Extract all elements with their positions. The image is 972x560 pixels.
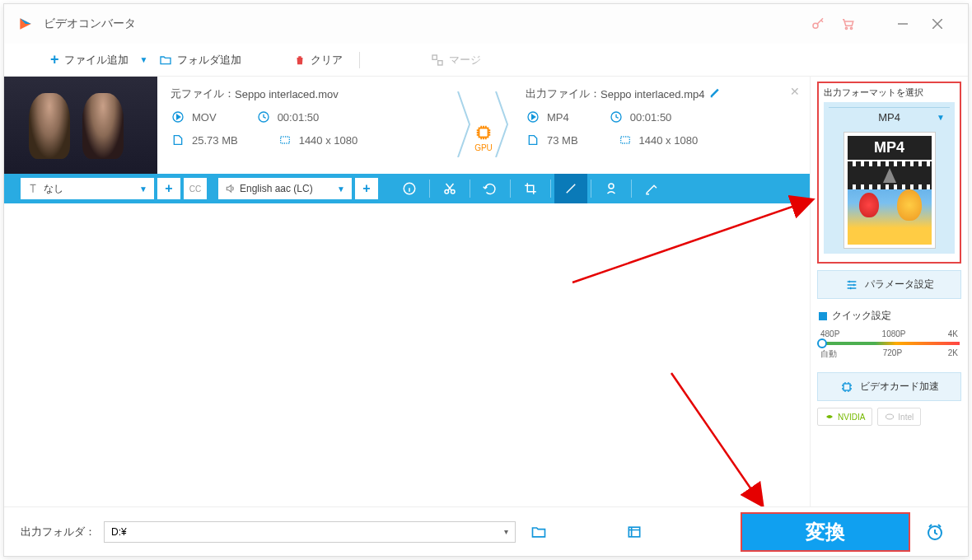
speaker-icon <box>225 183 236 194</box>
output-path-select[interactable]: D:¥ ▾ <box>104 521 516 543</box>
output-folder-label: 出力フォルダ： <box>21 525 96 539</box>
minimize-button[interactable] <box>886 11 920 37</box>
add-audio-button[interactable]: + <box>355 178 378 199</box>
format-thumb-label: MP4 <box>848 136 932 160</box>
output-path: D:¥ <box>111 526 127 538</box>
clock-icon <box>609 110 624 124</box>
source-resolution: 1440 x 1080 <box>299 134 358 147</box>
merge-label: マージ <box>449 53 481 68</box>
svg-rect-7 <box>438 60 442 64</box>
chevron-down-icon: ▼ <box>937 113 945 122</box>
svg-rect-21 <box>843 384 850 390</box>
intel-chip[interactable]: Intel <box>877 408 921 426</box>
cc-button[interactable]: CC <box>184 178 207 199</box>
svg-rect-14 <box>620 137 629 143</box>
audio-select[interactable]: English aac (LC) ▼ <box>218 178 352 199</box>
svg-line-19 <box>572 200 811 282</box>
file-icon <box>171 133 185 147</box>
clear-button[interactable]: クリア <box>289 49 348 71</box>
cart-icon[interactable] <box>834 11 861 37</box>
effect-tool[interactable] <box>554 174 587 203</box>
chevron-down-icon: ▼ <box>337 184 345 194</box>
chevron-down-icon: ▾ <box>504 527 508 536</box>
intel-icon <box>885 412 895 422</box>
source-info: 元ファイル： Seppo interlaced.mov MOV 00:01:50… <box>157 77 455 174</box>
format-thumbnail: MP4 <box>843 132 936 249</box>
edit-icon[interactable] <box>709 87 721 101</box>
audio-value: English aac (LC) <box>240 183 313 194</box>
gpu-label: GPU <box>474 143 493 152</box>
browse-folder-button[interactable] <box>524 519 554 545</box>
q-1080p: 1080P <box>882 329 906 338</box>
source-format: MOV <box>192 111 217 124</box>
toolbar: + ファイル追加 ▼ フォルダ追加 クリア マージ <box>4 44 968 77</box>
gpu-badge: GPU <box>474 124 493 152</box>
nvidia-chip[interactable]: NVIDIA <box>817 408 872 426</box>
titlebar: ビデオコンバータ <box>4 4 968 44</box>
output-duration: 00:01:50 <box>630 111 672 124</box>
add-file-label: ファイル追加 <box>64 53 129 68</box>
add-subtitle-button[interactable]: + <box>157 178 180 199</box>
annotation-arrow-2 <box>663 365 778 506</box>
separator <box>359 52 360 68</box>
add-file-button[interactable]: + ファイル追加 <box>45 48 133 72</box>
svg-line-20 <box>671 373 762 505</box>
clock-icon <box>256 110 271 124</box>
q-4k: 4K <box>948 329 958 338</box>
svg-point-2 <box>850 27 852 29</box>
remove-file-button[interactable]: ✕ <box>790 85 800 98</box>
nvidia-label: NVIDIA <box>838 413 865 422</box>
param-label: パラメータ設定 <box>865 278 934 292</box>
app-logo <box>17 16 34 32</box>
add-folder-button[interactable]: フォルダ追加 <box>154 49 246 71</box>
output-format: MP4 <box>547 111 569 124</box>
svg-rect-6 <box>432 55 437 59</box>
footer: 出力フォルダ： D:¥ ▾ 変換 <box>4 506 968 556</box>
info-tool[interactable] <box>393 174 426 203</box>
quick-title: クイック設定 <box>832 309 891 323</box>
merge-button[interactable]: マージ <box>426 49 486 71</box>
open-folder-button[interactable] <box>619 519 649 545</box>
slider-thumb[interactable] <box>817 338 827 348</box>
subtitle-tool[interactable] <box>635 174 668 203</box>
add-file-dropdown[interactable]: ▼ <box>140 55 148 64</box>
clear-label: クリア <box>311 53 343 68</box>
convert-button[interactable]: 変換 <box>741 512 910 552</box>
chip-icon <box>474 124 493 142</box>
rotate-tool[interactable] <box>474 174 507 203</box>
merge-icon <box>431 54 444 67</box>
main-area: 元ファイル： Seppo interlaced.mov MOV 00:01:50… <box>4 77 810 506</box>
schedule-button[interactable] <box>918 516 951 548</box>
video-thumbnail[interactable] <box>4 77 157 174</box>
crop-tool[interactable] <box>514 174 547 203</box>
key-icon[interactable] <box>805 11 831 37</box>
cut-tool[interactable] <box>433 174 466 203</box>
output-size: 73 MB <box>547 134 578 147</box>
chip-icon <box>840 380 853 394</box>
q-720p: 720P <box>883 348 902 360</box>
param-settings-button[interactable]: パラメータ設定 <box>817 270 961 299</box>
gpu-accel-button[interactable]: ビデオカード加速 <box>817 372 961 401</box>
close-button[interactable] <box>920 11 955 37</box>
source-size: 25.73 MB <box>192 134 238 147</box>
format-select[interactable]: MP4 ▼ MP4 <box>824 102 955 254</box>
q-2k: 2K <box>948 348 958 360</box>
quality-slider[interactable]: 480P 1080P 4K 自動 720P 2K <box>819 329 960 362</box>
output-filename: Seppo interlaced.mp4 <box>600 88 704 100</box>
action-bar: なし ▼ + CC English aac (LC) ▼ + <box>4 174 810 203</box>
text-icon <box>27 183 39 194</box>
output-label: 出力ファイル： <box>526 86 600 101</box>
file-icon <box>526 133 540 147</box>
add-folder-label: フォルダ追加 <box>177 53 241 68</box>
chevron-down-icon: ▼ <box>139 184 147 194</box>
annotation-arrow-1 <box>564 192 828 291</box>
format-selected: MP4 <box>878 111 900 124</box>
svg-point-22 <box>886 414 894 419</box>
q-auto: 自動 <box>820 348 837 360</box>
sliders-icon <box>845 278 858 292</box>
subtitle-value: なし <box>44 182 63 196</box>
watermark-tool[interactable] <box>595 174 628 203</box>
bracket-left-icon <box>455 91 474 157</box>
sidebar: 出力フォーマットを選択 MP4 ▼ MP4 <box>810 77 968 506</box>
subtitle-select[interactable]: なし ▼ <box>21 178 154 199</box>
